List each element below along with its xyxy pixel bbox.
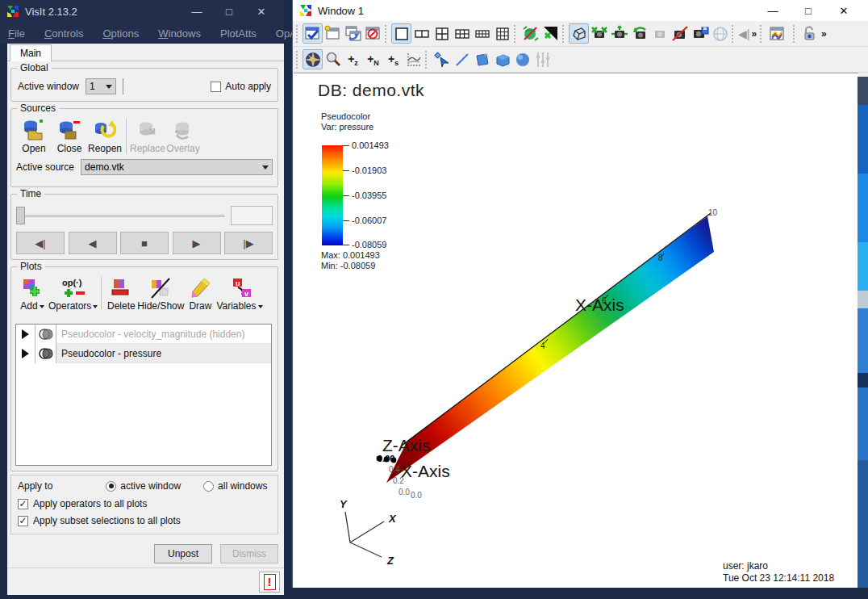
radio-selected-icon[interactable]: [106, 481, 116, 492]
layout-2x4-button[interactable]: [472, 23, 492, 44]
checkbox-checked-icon[interactable]: ✓: [18, 499, 28, 509]
reopen-source-button[interactable]: Reopen: [87, 119, 123, 154]
hide-active-plots-button[interactable]: [540, 23, 561, 44]
apply-all-windows-radio[interactable]: all windows: [203, 480, 267, 492]
toolbar-grip[interactable]: [296, 25, 300, 43]
plot-active-toggle[interactable]: [35, 325, 56, 344]
add-plot-button[interactable]: Add: [16, 277, 48, 312]
main-maximize-button[interactable]: □: [213, 6, 245, 18]
viz-maximize-button[interactable]: □: [791, 5, 826, 17]
reset-view-button[interactable]: [589, 23, 609, 44]
clear-saved-views-button[interactable]: [670, 23, 690, 44]
replace-source-button[interactable]: Replace: [130, 119, 165, 154]
variables-button[interactable]: u v Variables: [216, 277, 262, 312]
spin-window-button[interactable]: [766, 23, 787, 44]
expand-button[interactable]: [16, 344, 35, 363]
render-viewport[interactable]: DB: demo.vtk PseudocolorVar: pressure 0.…: [294, 73, 858, 588]
zoom-mode-button[interactable]: [323, 49, 343, 69]
main-close-button[interactable]: ✕: [245, 6, 278, 18]
active-source-combobox[interactable]: demo.vtk: [81, 159, 273, 175]
recenter-view-button[interactable]: [609, 23, 629, 44]
active-window-combobox[interactable]: 1: [86, 78, 116, 94]
menu-file[interactable]: File: [8, 27, 25, 40]
navigate-mode-button[interactable]: [303, 49, 323, 69]
viz-close-button[interactable]: ✕: [826, 5, 862, 17]
box-tool-button[interactable]: [492, 49, 512, 69]
layout-2x2-button[interactable]: [432, 23, 452, 44]
plot-active-toggle[interactable]: [35, 344, 56, 363]
expand-button[interactable]: [16, 325, 35, 344]
toolbar-grip[interactable]: [385, 25, 389, 43]
auto-apply-checkbox-box[interactable]: [211, 82, 221, 92]
apply-operators-checkbox[interactable]: ✓ Apply operators to all plots: [11, 492, 278, 509]
time-slider-handle[interactable]: [16, 207, 25, 224]
time-step-forward-button[interactable]: |▶: [224, 232, 273, 254]
tab-main[interactable]: Main: [10, 44, 52, 61]
plot-list-item-velocity[interactable]: Pseudocolor - velocity_magnitude (hidden…: [16, 325, 271, 344]
toolbar-grip[interactable]: [562, 25, 566, 43]
layout-2x3-button[interactable]: [452, 23, 472, 44]
delete-plot-button[interactable]: Delete: [105, 277, 137, 312]
toolbar-grip[interactable]: [732, 25, 736, 43]
time-play-button[interactable]: ▶: [173, 232, 221, 254]
checkbox-checked-icon[interactable]: ✓: [18, 516, 28, 526]
choose-view-button[interactable]: [710, 23, 730, 44]
time-step-back-button[interactable]: ◀|: [16, 232, 65, 254]
zone-pick-button[interactable]: +z: [343, 49, 363, 69]
undo-view-button[interactable]: [629, 23, 649, 44]
layout-3x3-button[interactable]: [492, 23, 512, 44]
overlay-source-button[interactable]: Overlay: [165, 119, 201, 154]
toolbar-grip[interactable]: [425, 51, 429, 69]
operators-button[interactable]: op(·) Operators: [48, 277, 98, 312]
new-window-button[interactable]: [323, 23, 343, 44]
hide-show-plot-button[interactable]: Hide/Show: [137, 277, 184, 312]
clone-window-button[interactable]: [343, 23, 363, 44]
main-minimize-button[interactable]: —: [181, 6, 213, 18]
delete-active-plots-button[interactable]: [520, 23, 540, 44]
delete-window-button[interactable]: [363, 23, 383, 44]
menu-controls[interactable]: Controls: [44, 27, 83, 40]
menu-windows[interactable]: Windows: [158, 27, 201, 40]
plot-list-item-pressure[interactable]: Pseudocolor - pressure: [16, 344, 271, 363]
auto-apply-checkbox[interactable]: Auto apply: [211, 81, 271, 92]
toolbar-grip[interactable]: [296, 51, 300, 69]
output-alert-button[interactable]: !: [259, 572, 280, 593]
apply-active-window-radio[interactable]: active window: [106, 480, 181, 492]
menu-options[interactable]: Options: [102, 27, 139, 40]
pick-tool-button[interactable]: [432, 49, 452, 69]
draw-plot-button[interactable]: Draw: [184, 277, 216, 312]
spreadsheet-pick-button[interactable]: +s: [383, 49, 403, 69]
toolbar-grip[interactable]: [793, 25, 797, 43]
save-view-button[interactable]: [690, 23, 710, 44]
interaction-toolbar: +z +N +s: [293, 47, 868, 73]
menu-plotatts[interactable]: PlotAtts: [220, 27, 257, 40]
time-play-reverse-button[interactable]: ◀: [69, 232, 117, 254]
time-stop-button[interactable]: ■: [120, 232, 169, 254]
close-source-button[interactable]: Close: [52, 119, 87, 154]
axis-restriction-button[interactable]: [532, 49, 553, 69]
back-time-button[interactable]: ◀|: [738, 27, 749, 40]
time-slider[interactable]: [16, 207, 224, 224]
lineout-mode-button[interactable]: [403, 49, 424, 69]
open-source-button[interactable]: Open: [16, 119, 52, 154]
time-value-field[interactable]: [231, 206, 273, 225]
node-pick-button[interactable]: +N: [363, 49, 383, 69]
apply-subset-checkbox[interactable]: ✓ Apply subset selections to all plots: [11, 509, 278, 526]
layout-1x1-button[interactable]: [391, 23, 411, 44]
active-window-button[interactable]: [303, 23, 323, 44]
line-tool-button[interactable]: [452, 49, 472, 69]
toolbar-grip[interactable]: [514, 25, 518, 43]
sphere-tool-button[interactable]: [512, 49, 532, 69]
toolbar-grip[interactable]: [760, 25, 764, 43]
viz-minimize-button[interactable]: —: [755, 5, 791, 17]
plane-tool-button[interactable]: [472, 49, 492, 69]
toolbar-overflow-chevron[interactable]: »: [820, 28, 828, 40]
perspective-button[interactable]: [569, 23, 589, 44]
lock-view-button[interactable]: [799, 23, 820, 44]
layout-1x2-button[interactable]: [411, 23, 432, 44]
radio-unselected-icon[interactable]: [203, 481, 214, 492]
dismiss-button[interactable]: Dismiss: [220, 544, 278, 563]
redo-view-button[interactable]: [649, 23, 670, 44]
unpost-button[interactable]: Unpost: [154, 544, 212, 563]
toolbar-overflow-chevron[interactable]: »: [749, 28, 758, 40]
